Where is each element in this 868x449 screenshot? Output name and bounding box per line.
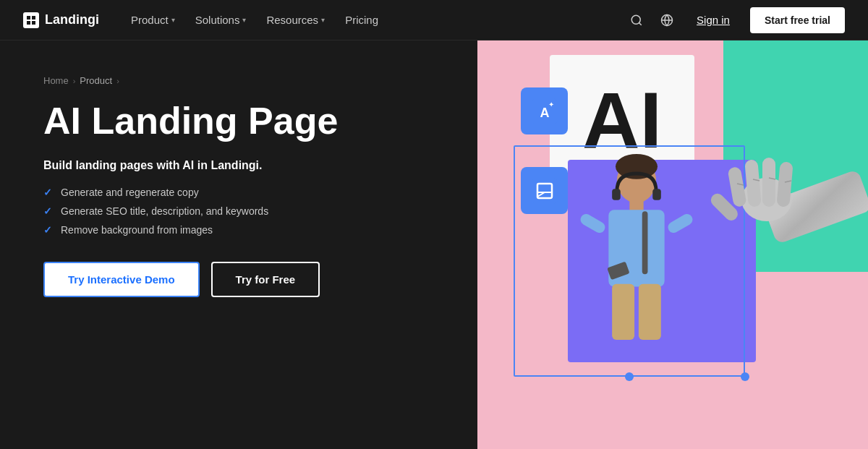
nav-item-resources[interactable]: Resources ▾ xyxy=(258,8,333,32)
hero-robot-hand xyxy=(709,127,868,272)
feature-item-1: ✓ Generate and regenerate copy xyxy=(43,187,434,198)
hero-icon-card-ai: A ✦ xyxy=(521,87,568,134)
svg-rect-0 xyxy=(27,16,30,20)
nav-item-pricing[interactable]: Pricing xyxy=(336,8,387,32)
svg-rect-25 xyxy=(652,189,661,200)
feature-item-2: ✓ Generate SEO title, description, and k… xyxy=(43,205,434,217)
try-demo-button[interactable]: Try Interactive Demo xyxy=(43,262,200,297)
breadcrumb-product: Product xyxy=(80,75,112,86)
svg-rect-3 xyxy=(32,21,35,25)
svg-rect-20 xyxy=(666,212,695,235)
breadcrumb: Home › Product › xyxy=(43,75,434,86)
sign-in-button[interactable]: Sign in xyxy=(688,8,739,32)
svg-rect-19 xyxy=(579,212,608,235)
svg-point-16 xyxy=(616,154,658,179)
svg-rect-2 xyxy=(27,21,30,25)
left-content: Home › Product › AI Landing Page Build l… xyxy=(0,40,477,449)
chevron-down-icon: ▾ xyxy=(242,16,246,24)
navbar: Landingi Product ▾ Solutions ▾ Resources… xyxy=(0,0,868,40)
hero-subtitle: Build landing pages with AI in Landingi. xyxy=(43,159,434,172)
check-icon-3: ✓ xyxy=(43,224,52,236)
svg-rect-21 xyxy=(642,211,648,274)
language-button[interactable] xyxy=(658,11,676,30)
svg-rect-22 xyxy=(612,284,634,340)
robot-hand-svg xyxy=(709,127,868,272)
hero-image: AI A ✦ xyxy=(477,40,868,449)
try-free-button[interactable]: Try for Free xyxy=(211,262,320,297)
ai-sparkle-icon: A ✦ xyxy=(532,98,558,124)
svg-rect-29 xyxy=(727,166,746,208)
breadcrumb-separator-2: › xyxy=(116,77,119,85)
svg-line-5 xyxy=(639,22,642,25)
check-icon-1: ✓ xyxy=(43,187,52,198)
logo-text: Landingi xyxy=(45,12,99,27)
logo-svg xyxy=(26,15,36,25)
search-button[interactable] xyxy=(627,11,646,30)
nav-right: Sign in Start free trial xyxy=(627,7,845,33)
cta-buttons: Try Interactive Demo Try for Free xyxy=(43,262,434,297)
breadcrumb-home[interactable]: Home xyxy=(43,75,69,86)
breadcrumb-separator-1: › xyxy=(73,77,76,85)
logo-icon xyxy=(23,12,39,28)
start-trial-button[interactable]: Start free trial xyxy=(750,7,845,33)
features-list: ✓ Generate and regenerate copy ✓ Generat… xyxy=(43,187,434,236)
chevron-down-icon: ▾ xyxy=(321,16,325,24)
svg-rect-1 xyxy=(32,16,35,20)
chevron-down-icon: ▾ xyxy=(171,16,175,24)
globe-icon xyxy=(660,14,673,27)
nav-item-product[interactable]: Product ▾ xyxy=(122,8,184,32)
person-svg xyxy=(564,153,709,362)
check-icon-2: ✓ xyxy=(43,205,52,217)
nav-item-solutions[interactable]: Solutions ▾ xyxy=(187,8,255,32)
main-content: Home › Product › AI Landing Page Build l… xyxy=(0,40,868,449)
page-title: AI Landing Page xyxy=(43,101,434,142)
svg-point-4 xyxy=(631,15,640,24)
nav-links: Product ▾ Solutions ▾ Resources ▾ Pricin… xyxy=(122,8,627,32)
svg-rect-31 xyxy=(762,158,775,207)
feature-text-3: Remove background from images xyxy=(61,224,213,236)
logo[interactable]: Landingi xyxy=(23,12,99,28)
svg-rect-24 xyxy=(612,189,621,200)
feature-text-1: Generate and regenerate copy xyxy=(61,187,199,198)
feature-item-3: ✓ Remove background from images xyxy=(43,224,434,236)
svg-rect-23 xyxy=(639,284,661,340)
svg-text:✦: ✦ xyxy=(548,101,554,108)
feature-text-2: Generate SEO title, description, and key… xyxy=(61,205,268,217)
search-icon xyxy=(630,14,643,27)
